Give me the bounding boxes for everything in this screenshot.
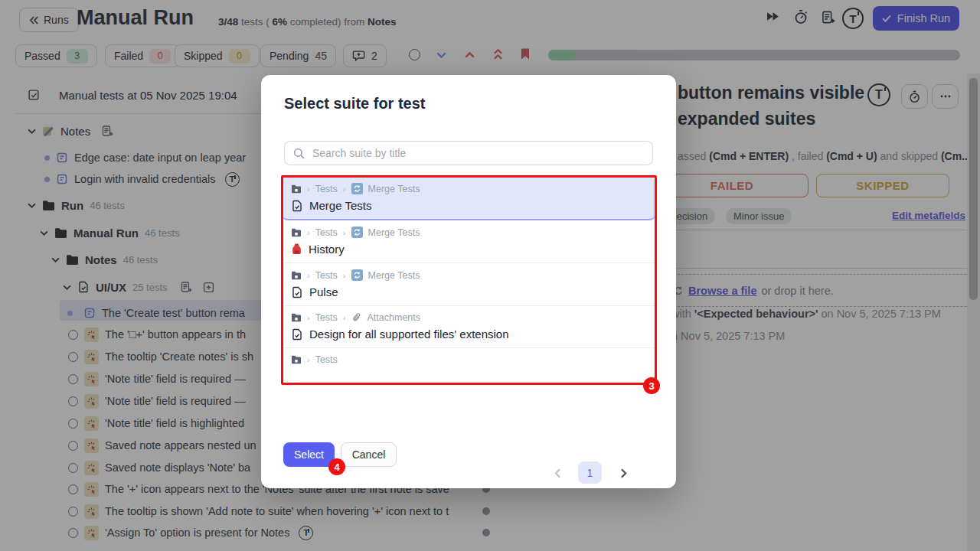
search-icon (293, 148, 305, 159)
suite-option[interactable]: ›Tests› Merge Tests History (282, 220, 655, 263)
annotation-step-4: 4 (328, 458, 345, 475)
annotation-step-3: 3 (643, 377, 660, 394)
suite-breadcrumb: ›Tests (291, 354, 646, 365)
root-folder-icon (291, 228, 302, 237)
merge-suite-icon (351, 183, 363, 194)
backpack-icon (291, 243, 302, 255)
modal-title: Select suite for test (284, 95, 426, 112)
pagination-prev-button[interactable] (552, 463, 563, 483)
suite-search-box[interactable] (284, 141, 653, 165)
suite-breadcrumb: ›Tests› Merge Tests (291, 269, 646, 281)
file-check-icon (291, 286, 303, 298)
file-check-icon (291, 200, 303, 212)
suite-search-input[interactable] (311, 146, 644, 160)
suite-breadcrumb: ›Tests› Merge Tests (291, 227, 646, 238)
merge-suite-icon (351, 227, 363, 238)
suite-breadcrumb: ›Tests› Attachments (291, 312, 646, 323)
suite-title: History (291, 243, 646, 262)
pagination-page-1[interactable]: 1 (578, 461, 602, 484)
root-folder-icon (291, 355, 302, 364)
suite-option-selected[interactable]: ›Tests› Merge Tests Merge Tests (282, 177, 655, 220)
suite-title: Merge Tests (291, 199, 646, 219)
paperclip-icon (351, 312, 362, 323)
root-folder-icon (291, 184, 302, 194)
root-folder-icon (291, 271, 302, 280)
select-button[interactable]: Select (283, 442, 335, 467)
file-check-icon (291, 328, 303, 341)
select-suite-modal: Select suite for test ›Tests› Merge Test… (261, 75, 676, 488)
pagination-next-button[interactable] (618, 463, 629, 483)
suite-title: Pulse (291, 285, 646, 305)
root-folder-icon (291, 313, 302, 322)
app-window: Runs Manual Run 3/48 tests ( 6% complete… (0, 0, 980, 551)
suite-option[interactable]: ›Tests› Attachments Design for all suppo… (282, 306, 655, 348)
suite-breadcrumb: ›Tests› Merge Tests (291, 183, 646, 194)
suite-option[interactable]: ›Tests› Merge Tests Pulse (282, 263, 655, 306)
merge-suite-icon (351, 269, 363, 281)
cancel-button[interactable]: Cancel (341, 442, 397, 467)
suite-option[interactable]: ›Tests (282, 348, 655, 380)
suite-title: Design for all supported files' extensio… (291, 328, 646, 347)
suite-list: ›Tests› Merge Tests Merge Tests ›Tests› … (282, 177, 655, 380)
